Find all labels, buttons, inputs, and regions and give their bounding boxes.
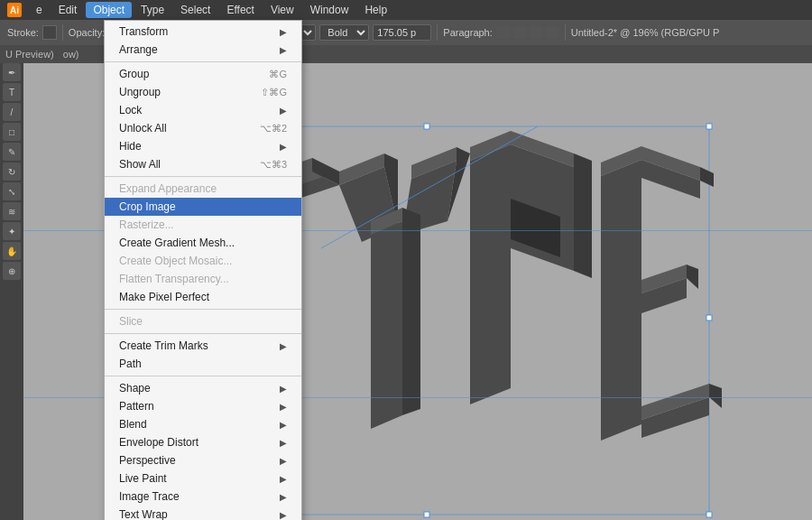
- menu-pattern[interactable]: Blend ▶: [105, 415, 301, 433]
- menu-image-trace[interactable]: Text Wrap ▶: [105, 506, 301, 520]
- menu-gradient-mesh[interactable]: Create Object Mosaic...: [105, 252, 301, 270]
- menu-show-all[interactable]: Show All ⌥⌘3: [105, 155, 301, 173]
- type-tool[interactable]: T: [3, 83, 21, 101]
- svg-rect-15: [706, 512, 712, 517]
- menu-select[interactable]: Select: [173, 2, 217, 18]
- menu-slice[interactable]: Create Trim Marks ▶: [105, 337, 301, 355]
- menu-object[interactable]: Object: [86, 2, 132, 18]
- eyedropper-tool[interactable]: ✦: [3, 222, 21, 240]
- menu-view[interactable]: View: [263, 2, 301, 18]
- menu-transform[interactable]: Transform ▶: [105, 23, 301, 41]
- menu-perspective[interactable]: Live Paint ▶: [105, 469, 301, 488]
- line-tool[interactable]: /: [3, 103, 21, 121]
- submenu-arrow: ▶: [280, 510, 287, 520]
- app-logo: Ai: [7, 3, 22, 17]
- blend-tool[interactable]: ≋: [3, 202, 21, 220]
- menu-separator: [105, 176, 301, 177]
- menu-flatten-transparency[interactable]: Make Pixel Perfect: [105, 288, 301, 306]
- menu-lock[interactable]: Lock ▶: [105, 101, 301, 119]
- svg-rect-14: [424, 512, 429, 517]
- menu-separator: [105, 309, 301, 310]
- left-panel: ▶ ↖ ✒ T / □ ✎ ↻ ⤡ ≋ ✦ ✋ ⊕: [0, 20, 23, 520]
- menu-trim-marks[interactable]: Path: [105, 355, 301, 373]
- menu-live-paint[interactable]: Image Trace ▶: [105, 488, 301, 506]
- svg-text:Ai: Ai: [10, 5, 19, 15]
- rect-tool[interactable]: □: [3, 123, 21, 141]
- zoom-tool[interactable]: ⊕: [3, 262, 21, 280]
- shortcut-unlock: ⌥⌘2: [260, 123, 287, 135]
- svg-marker-32: [470, 144, 511, 404]
- brush-tool[interactable]: ✎: [3, 143, 21, 161]
- menu-rasterize[interactable]: Create Gradient Mesh...: [105, 234, 301, 252]
- submenu-arrow: ▶: [280, 384, 287, 394]
- menu-pixel-perfect[interactable]: Slice: [105, 312, 301, 330]
- svg-marker-48: [709, 384, 722, 408]
- submenu-arrow: ▶: [280, 341, 287, 351]
- scale-tool[interactable]: ⤡: [3, 182, 21, 200]
- menu-separator: [105, 376, 301, 376]
- svg-marker-31: [402, 208, 420, 415]
- submenu-arrow: ▶: [280, 438, 287, 448]
- shortcut-ungroup: ⇧⌘G: [261, 87, 287, 98]
- font-size-input[interactable]: [373, 24, 431, 41]
- preview-label: U Preview): [5, 49, 54, 60]
- menu-group[interactable]: Group ⌘G: [105, 65, 301, 83]
- menu-expand-appearance[interactable]: Crop Image: [105, 198, 301, 216]
- svg-marker-42: [700, 167, 714, 187]
- submenu-arrow: ▶: [280, 492, 287, 502]
- menu-effect[interactable]: Effect: [219, 2, 261, 18]
- menu-path[interactable]: Shape ▶: [105, 379, 301, 397]
- submenu-arrow: ▶: [280, 142, 287, 152]
- submenu-arrow: ▶: [280, 106, 287, 116]
- menu-type[interactable]: Type: [134, 2, 171, 18]
- menu-edit[interactable]: Edit: [51, 2, 85, 18]
- submenu-arrow: ▶: [280, 402, 287, 412]
- submenu-arrow: ▶: [280, 45, 287, 55]
- svg-rect-9: [424, 124, 429, 129]
- svg-marker-38: [601, 160, 641, 441]
- menu-expand[interactable]: Expand Appearance: [105, 180, 301, 198]
- menu-unlock-all[interactable]: Unlock All ⌥⌘2: [105, 119, 301, 137]
- menu-envelope-distort[interactable]: Perspective ▶: [105, 451, 301, 469]
- submenu-arrow: ▶: [280, 420, 287, 430]
- rotate-tool[interactable]: ↻: [3, 162, 21, 181]
- shortcut-group: ⌘G: [269, 69, 287, 80]
- pen-tool[interactable]: ✒: [3, 63, 21, 81]
- file-info: Untitled-2* @ 196% (RGB/GPU P: [571, 27, 720, 38]
- svg-rect-12: [706, 315, 712, 320]
- menu-crop-image[interactable]: Rasterize...: [105, 216, 301, 234]
- opacity-label: Opacity:: [69, 27, 105, 38]
- menu-shape[interactable]: Pattern ▶: [105, 397, 301, 415]
- menu-separator: [105, 333, 301, 334]
- hand-tool[interactable]: ✋: [3, 242, 21, 260]
- menu-ungroup[interactable]: Ungroup ⇧⌘G: [105, 83, 301, 101]
- font-style-select[interactable]: Bold: [319, 24, 369, 41]
- menu-hide[interactable]: Hide ▶: [105, 137, 301, 155]
- menu-e[interactable]: e: [29, 2, 50, 18]
- paragraph-label: Paragraph:: [443, 27, 492, 38]
- menu-help[interactable]: Help: [357, 2, 394, 18]
- menubar: Ai e Edit Object Type Select Effect View…: [0, 0, 812, 20]
- menu-separator: [105, 61, 301, 62]
- menu-blend[interactable]: Envelope Distort ▶: [105, 433, 301, 451]
- svg-marker-45: [687, 265, 698, 289]
- toolbar-separator: [62, 24, 63, 41]
- svg-rect-10: [706, 124, 712, 129]
- submenu-arrow: ▶: [280, 27, 287, 37]
- submenu-arrow: ▶: [280, 474, 287, 484]
- menu-window[interactable]: Window: [303, 2, 356, 18]
- shortcut-show-all: ⌥⌘3: [260, 159, 287, 171]
- menu-object-mosaic[interactable]: Flatten Transparency...: [105, 270, 301, 288]
- menu-arrange[interactable]: Arrange ▶: [105, 41, 301, 59]
- svg-marker-36: [574, 153, 592, 278]
- object-menu: Transform ▶ Arrange ▶ Group ⌘G Ungroup ⇧…: [104, 20, 302, 520]
- submenu-arrow: ▶: [280, 456, 287, 466]
- svg-marker-29: [371, 221, 402, 429]
- stroke-label: Stroke:: [7, 27, 39, 38]
